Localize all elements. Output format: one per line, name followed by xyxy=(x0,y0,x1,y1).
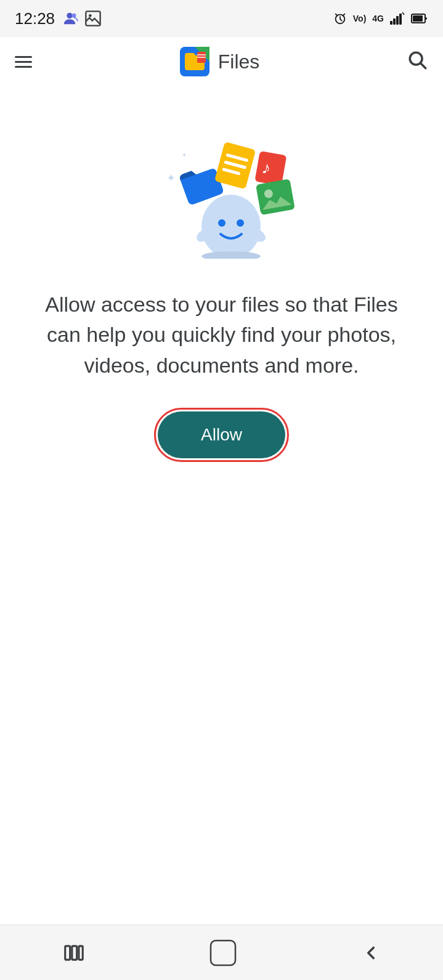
illustration: ✦ ✦ ✦ ♪ xyxy=(148,123,296,259)
teams-icon xyxy=(61,10,78,27)
svg-point-1 xyxy=(72,14,76,18)
home-icon xyxy=(209,939,237,966)
recent-nav-button[interactable] xyxy=(62,941,86,965)
svg-text:✦: ✦ xyxy=(166,172,176,184)
svg-point-0 xyxy=(67,13,72,18)
recent-icon xyxy=(62,941,86,965)
svg-point-27 xyxy=(218,219,226,227)
svg-text:✦: ✦ xyxy=(182,152,187,158)
svg-rect-32 xyxy=(65,946,70,959)
svg-point-29 xyxy=(201,251,261,259)
app-bar: Files xyxy=(0,37,443,86)
volte-icon: Vo) xyxy=(353,14,367,23)
app-title-text: Files xyxy=(218,51,260,73)
main-content: ✦ ✦ ✦ ♪ xyxy=(0,86,443,925)
gallery-icon xyxy=(84,10,102,27)
svg-point-28 xyxy=(237,219,244,227)
status-left: 12:28 xyxy=(15,9,102,28)
back-nav-button[interactable] xyxy=(360,942,381,963)
back-icon xyxy=(360,942,381,963)
4g-icon: 4G xyxy=(372,14,384,23)
allow-button[interactable]: Allow xyxy=(158,411,285,458)
svg-rect-8 xyxy=(399,14,402,25)
svg-point-26 xyxy=(201,195,261,259)
svg-rect-7 xyxy=(396,16,399,25)
svg-rect-5 xyxy=(390,21,392,25)
search-icon xyxy=(407,50,428,71)
status-bar: 12:28 Vo) 4G xyxy=(0,0,443,37)
status-right-icons: Vo) 4G xyxy=(333,12,428,25)
status-time: 12:28 xyxy=(15,9,55,28)
svg-rect-6 xyxy=(393,18,396,25)
svg-point-3 xyxy=(89,14,92,17)
battery-icon xyxy=(411,12,428,25)
svg-rect-10 xyxy=(413,15,423,22)
svg-rect-34 xyxy=(78,946,82,959)
home-nav-button[interactable] xyxy=(209,939,237,966)
files-logo xyxy=(180,47,209,76)
app-title-area: Files xyxy=(32,47,407,76)
signal-icon xyxy=(390,12,405,25)
alarm-icon xyxy=(333,12,347,25)
svg-rect-24 xyxy=(256,179,295,215)
svg-rect-35 xyxy=(211,941,235,965)
bottom-nav xyxy=(0,925,443,980)
menu-button[interactable] xyxy=(15,56,32,68)
permission-text: Allow access to your files so that Files… xyxy=(43,290,400,381)
search-button[interactable] xyxy=(407,50,428,73)
svg-rect-33 xyxy=(71,946,76,959)
